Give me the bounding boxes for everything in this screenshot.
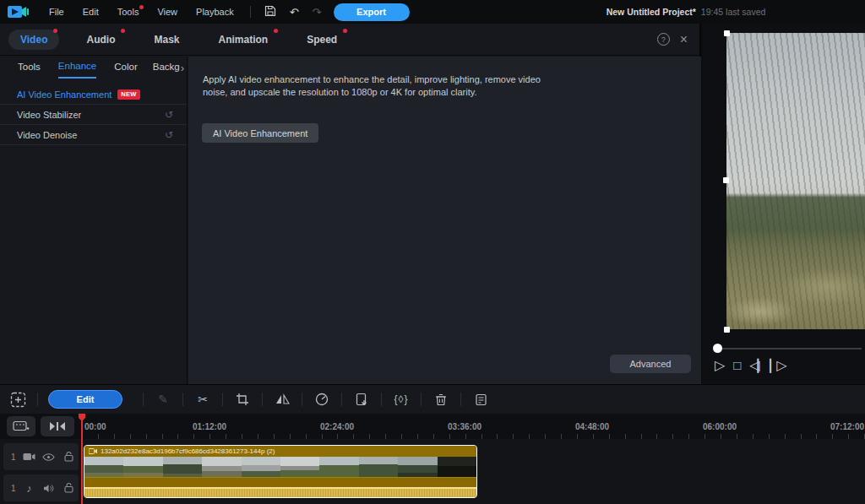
clip-thumbnail: [280, 457, 319, 477]
divider: [460, 393, 461, 406]
clip-thumbnail: [398, 457, 437, 477]
clip-name: 132a02d232e8ac3d196b7cf9c686cd3428361273…: [101, 447, 275, 455]
clip-filmstrip: [84, 457, 476, 477]
ai-video-enhancement-button[interactable]: AI Video Enhancement: [202, 123, 318, 143]
divider: [341, 393, 342, 406]
track-lock-icon[interactable]: [59, 483, 79, 493]
clip-audio-band: [84, 477, 476, 487]
selection-handle-bottom-left[interactable]: [724, 327, 730, 333]
panel-sidebar: Tools Enhance Color Backg › AI Video Enh…: [0, 57, 188, 384]
timeline-ruler-bar: 00:00 01:12:00 02:24:00 03:36:00 04:48:0…: [0, 414, 865, 439]
saved-status: 19:45 last saved: [701, 7, 765, 17]
delete-icon[interactable]: [430, 393, 452, 406]
selection-handle-top-left[interactable]: [724, 30, 730, 36]
subtab-background[interactable]: Backg: [153, 58, 180, 78]
ruler-timestamp: 03:36:00: [448, 422, 481, 431]
previous-frame-button[interactable]: ◁▏: [749, 357, 764, 373]
divider: [421, 393, 422, 406]
clip-thumbnail: [319, 457, 358, 477]
mirror-flip-icon[interactable]: [271, 393, 293, 405]
crop-icon[interactable]: [231, 393, 253, 406]
export-clip-icon[interactable]: [351, 393, 373, 406]
add-marker-button[interactable]: [7, 416, 35, 436]
menu: File Edit Tools View Playback: [40, 3, 243, 20]
ruler-timestamp: 01:12:00: [193, 422, 226, 431]
seek-bar[interactable]: [716, 348, 862, 350]
subtab-color[interactable]: Color: [114, 58, 137, 78]
subtab-enhance[interactable]: Enhance: [58, 57, 96, 79]
selection-handle-mid-left[interactable]: [723, 177, 729, 183]
playback-controls: ▷ □ ◁▏ ▏▷: [715, 357, 787, 373]
stop-button[interactable]: □: [733, 358, 741, 372]
menu-file[interactable]: File: [40, 3, 73, 20]
list-item-video-stabilizer[interactable]: Video Stabilizer ↺: [0, 105, 187, 125]
menu-playback[interactable]: Playback: [187, 3, 243, 20]
new-badge: NEW: [117, 89, 139, 100]
track-visibility-eye-icon[interactable]: [39, 453, 58, 461]
list-item-ai-video-enhancement[interactable]: AI Video Enhancement NEW: [0, 84, 187, 105]
help-icon[interactable]: ?: [657, 33, 670, 46]
redo-icon[interactable]: ↷: [306, 4, 329, 20]
play-button[interactable]: ▷: [715, 357, 725, 373]
divider: [222, 393, 223, 406]
video-editor-window: File Edit Tools View Playback ↶ ↷ Export…: [0, 0, 865, 504]
property-panel: Video Audio Mask Animation Speed ? × Too…: [0, 24, 701, 384]
notification-dot: [121, 29, 125, 33]
advanced-button[interactable]: Advanced: [610, 355, 691, 373]
app-logo-icon: [8, 4, 30, 19]
clip-thumbnail: [84, 457, 123, 477]
timeline-toolbar: Edit ✎ ✂ {◊}: [0, 384, 865, 414]
video-track-header: 1: [3, 443, 79, 470]
divider: [182, 393, 183, 406]
tab-audio[interactable]: Audio: [74, 30, 127, 50]
close-icon[interactable]: ×: [680, 34, 688, 46]
notification-dot: [343, 29, 347, 33]
music-note-icon: ♪: [19, 482, 39, 495]
seek-playhead[interactable]: [713, 344, 722, 353]
snap-toggle-button[interactable]: [41, 416, 74, 436]
track-mute-speaker-icon[interactable]: [39, 484, 58, 493]
divider: [143, 393, 144, 406]
keyframe-icon[interactable]: {◊}: [390, 393, 412, 405]
next-frame-button[interactable]: ▏▷: [772, 357, 786, 373]
sub-tabs: Tools Enhance Color Backg ›: [0, 57, 187, 79]
project-title: New Untitled Project*: [607, 7, 696, 17]
add-to-timeline-icon[interactable]: [7, 392, 29, 408]
speed-icon[interactable]: [311, 393, 333, 406]
clip-thumbnail: [242, 457, 280, 477]
video-preview-frame[interactable]: [726, 33, 865, 329]
tab-animation[interactable]: Animation: [207, 30, 280, 50]
divider: [302, 393, 302, 406]
track-lock-icon[interactable]: [59, 452, 79, 462]
save-icon[interactable]: [258, 3, 283, 21]
subtab-tools[interactable]: Tools: [18, 58, 41, 78]
audio-track-header: 1 ♪: [3, 474, 79, 501]
track-index: 1: [11, 453, 19, 462]
edit-mode-button[interactable]: Edit: [48, 390, 122, 409]
chevron-right-icon[interactable]: ›: [181, 62, 184, 74]
menu-tools[interactable]: Tools: [108, 3, 149, 20]
ruler-timestamp: 04:48:00: [575, 422, 609, 431]
clip-camera-icon: [89, 448, 97, 454]
timeline-tracks: 1 1 ♪ 132a02d232e8ac3d196b7c: [0, 439, 865, 504]
panel-content: Apply AI video enhancement to enhance th…: [188, 57, 701, 384]
tab-speed[interactable]: Speed: [295, 30, 349, 50]
render-preview-icon[interactable]: [470, 393, 492, 406]
undo-icon[interactable]: ↶: [283, 4, 306, 20]
notification-dot: [139, 5, 144, 9]
list-item-video-denoise[interactable]: Video Denoise ↺: [0, 125, 187, 145]
menu-edit[interactable]: Edit: [73, 3, 108, 20]
clip-thumbnail: [163, 457, 202, 477]
timeline-clip[interactable]: 132a02d232e8ac3d196b7cf9c686cd3428361273…: [84, 445, 477, 498]
tab-video[interactable]: Video: [8, 30, 59, 50]
tab-mask[interactable]: Mask: [142, 30, 191, 50]
menu-view[interactable]: View: [148, 3, 187, 20]
reset-icon[interactable]: ↺: [165, 109, 173, 121]
ruler-timestamp: 06:00:00: [703, 422, 737, 431]
reset-icon[interactable]: ↺: [165, 129, 173, 141]
timeline-playhead[interactable]: [81, 414, 83, 504]
ruler-timestamp: 07:12:00: [830, 422, 864, 431]
pen-tool-icon[interactable]: ✎: [152, 393, 174, 406]
split-scissors-icon[interactable]: ✂: [192, 393, 214, 406]
export-button[interactable]: Export: [334, 3, 410, 21]
